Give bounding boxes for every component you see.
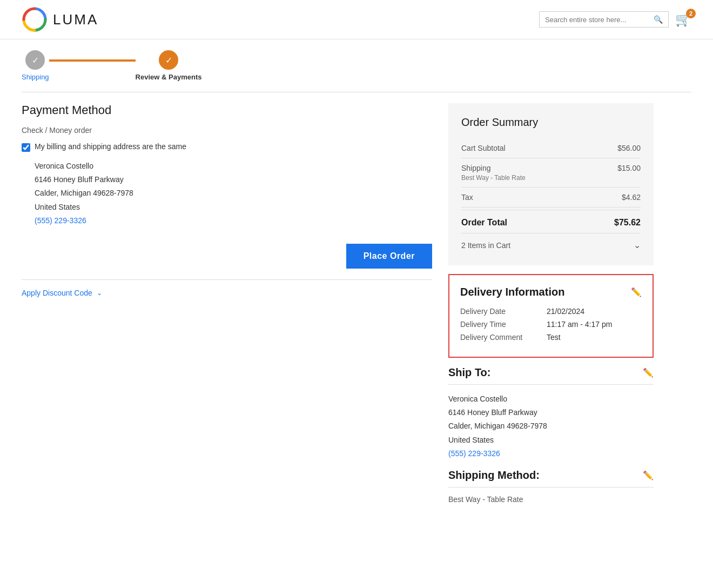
tax-value: $4.62	[622, 193, 641, 202]
step-review-label: Review & Payments	[136, 73, 202, 81]
delivery-date-value: 21/02/2024	[547, 307, 584, 316]
delivery-info-header: Delivery Information ✏️	[460, 286, 642, 298]
delivery-time-label: Delivery Time	[460, 320, 547, 329]
logo: LUMA	[22, 6, 98, 32]
left-column: Payment Method Check / Money order My bi…	[22, 103, 432, 504]
address-phone[interactable]: (555) 229-3326	[35, 214, 432, 228]
divider	[22, 92, 691, 92]
shipping-value: $15.00	[617, 164, 641, 172]
ship-to-name: Veronica Costello	[448, 392, 654, 406]
delivery-info-box: Delivery Information ✏️ Delivery Date 21…	[448, 274, 654, 358]
discount-label: Apply Discount Code	[22, 289, 92, 297]
order-total-label: Order Total	[461, 218, 507, 228]
order-total-row: Order Total $75.62	[461, 210, 641, 233]
order-total-value: $75.62	[614, 218, 641, 228]
step-line	[49, 59, 136, 62]
order-summary: Order Summary Cart Subtotal $56.00 Shipp…	[448, 103, 654, 265]
cart-button[interactable]: 🛒 2	[675, 12, 691, 27]
same-address-label: My billing and shipping address are the …	[35, 142, 186, 151]
place-order-row: Place Order	[22, 244, 432, 269]
shipping-method-header: Shipping Method: ✏️	[448, 469, 654, 487]
tax-row: Tax $4.62	[461, 188, 641, 208]
step-shipping[interactable]: ✓ Shipping	[22, 50, 49, 81]
shipping-method-section: Shipping Method: ✏️ Best Way - Table Rat…	[448, 469, 654, 504]
ship-to-address: Veronica Costello 6146 Honey Bluff Parkw…	[448, 392, 654, 460]
step-review[interactable]: ✓ Review & Payments	[136, 50, 202, 81]
order-summary-title: Order Summary	[461, 116, 641, 129]
shipping-method-value: Best Way - Table Rate	[448, 495, 654, 504]
delivery-comment-value: Test	[547, 333, 561, 342]
delivery-info-edit-icon[interactable]: ✏️	[631, 287, 642, 297]
search-input[interactable]	[545, 16, 654, 24]
delivery-time-row: Delivery Time 11:17 am - 4:17 pm	[460, 320, 642, 329]
shipping-method-title: Shipping Method:	[448, 469, 540, 482]
discount-chevron-icon: ⌄	[97, 289, 102, 297]
same-address-row: My billing and shipping address are the …	[22, 142, 432, 152]
delivery-comment-row: Delivery Comment Test	[460, 333, 642, 342]
shipping-label: Shipping	[461, 164, 491, 172]
discount-toggle[interactable]: Apply Discount Code ⌄	[22, 289, 432, 297]
ship-to-title: Ship To:	[448, 366, 491, 379]
ship-to-phone[interactable]: (555) 229-3326	[448, 447, 654, 460]
ship-to-section: Ship To: ✏️ Veronica Costello 6146 Honey…	[448, 366, 654, 460]
delivery-date-label: Delivery Date	[460, 307, 547, 316]
address-city-state: Calder, Michigan 49628-7978	[35, 186, 432, 200]
payment-title: Payment Method	[22, 103, 432, 117]
place-order-button[interactable]: Place Order	[346, 244, 432, 269]
shipping-method-edit-icon[interactable]: ✏️	[643, 470, 654, 480]
right-column: Order Summary Cart Subtotal $56.00 Shipp…	[448, 103, 654, 504]
logo-text: LUMA	[53, 11, 98, 28]
same-address-checkbox[interactable]	[22, 143, 30, 152]
checkout-steps: ✓ Shipping ✓ Review & Payments	[0, 39, 713, 86]
delivery-date-row: Delivery Date 21/02/2024	[460, 307, 642, 316]
address-country: United States	[35, 201, 432, 214]
step-shipping-label: Shipping	[22, 73, 49, 81]
cart-subtotal-row: Cart Subtotal $56.00	[461, 138, 641, 158]
delivery-comment-label: Delivery Comment	[460, 333, 547, 342]
ship-to-street: 6146 Honey Bluff Parkway	[448, 406, 654, 419]
delivery-time-value: 11:17 am - 4:17 pm	[547, 320, 612, 329]
shipping-row: Shipping $15.00 Best Way - Table Rate	[461, 158, 641, 188]
search-box[interactable]: 🔍	[539, 11, 669, 28]
step-shipping-circle: ✓	[25, 50, 45, 70]
billing-address: Veronica Costello 6146 Honey Bluff Parkw…	[22, 159, 432, 228]
address-street: 6146 Honey Bluff Parkway	[35, 173, 432, 186]
payment-method-label: Check / Money order	[22, 126, 432, 135]
tax-label: Tax	[461, 193, 473, 202]
items-in-cart-row[interactable]: 2 Items in Cart ⌄	[461, 233, 641, 257]
search-icon: 🔍	[654, 15, 663, 24]
ship-to-country: United States	[448, 433, 654, 447]
header: LUMA 🔍 🛒 2	[0, 0, 713, 39]
items-in-cart-chevron-icon: ⌄	[634, 240, 641, 250]
step-review-circle: ✓	[159, 50, 178, 70]
address-name: Veronica Costello	[35, 159, 432, 173]
main-content: Payment Method Check / Money order My bi…	[0, 103, 713, 525]
shipping-sub: Best Way - Table Rate	[461, 174, 641, 182]
discount-section: Apply Discount Code ⌄	[22, 279, 432, 297]
cart-badge: 2	[686, 9, 696, 18]
delivery-info-title: Delivery Information	[460, 286, 564, 298]
items-in-cart-label: 2 Items in Cart	[461, 241, 510, 250]
cart-subtotal-label: Cart Subtotal	[461, 144, 506, 152]
logo-icon	[22, 6, 48, 32]
header-right: 🔍 🛒 2	[539, 11, 691, 28]
ship-to-city-state: Calder, Michigan 49628-7978	[448, 419, 654, 433]
ship-to-header: Ship To: ✏️	[448, 366, 654, 385]
ship-to-edit-icon[interactable]: ✏️	[643, 368, 654, 378]
cart-subtotal-value: $56.00	[617, 144, 641, 152]
